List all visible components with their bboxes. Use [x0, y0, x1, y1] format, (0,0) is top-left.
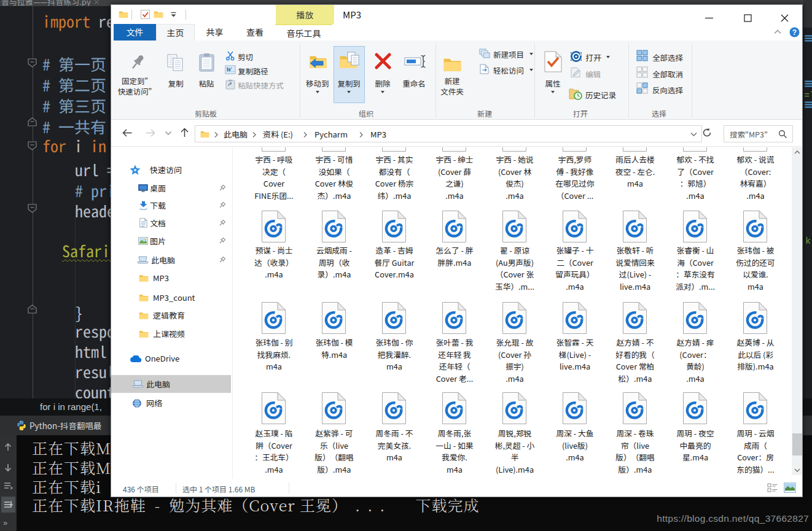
svg-text:...: ... [231, 68, 235, 73]
svg-text:?: ? [792, 28, 797, 37]
